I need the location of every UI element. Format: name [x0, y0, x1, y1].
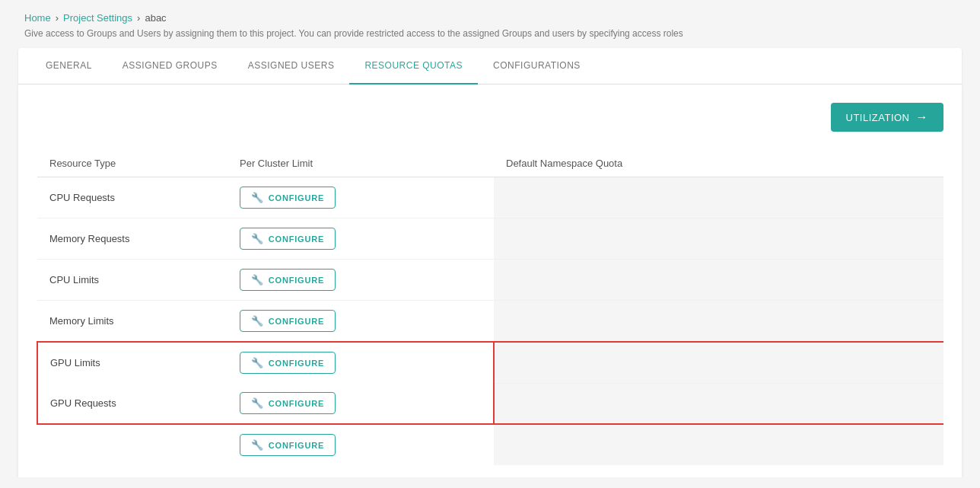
resource-name-gpu-requests: GPU Requests — [37, 383, 228, 424]
home-link[interactable]: Home — [24, 12, 51, 24]
resource-name-cpu-limits: CPU Limits — [37, 260, 228, 301]
resource-name-gpu-limits: GPU Limits — [37, 342, 228, 383]
table-row: GPU Requests 🔧 CONFIGURE — [37, 383, 943, 424]
current-page: abac — [145, 12, 166, 24]
configure-label: CONFIGURE — [269, 234, 324, 244]
resource-name-memory-requests: Memory Requests — [37, 218, 228, 260]
page-subtitle: Give access to Groups and Users by assig… — [0, 27, 980, 48]
table-row: CPU Requests 🔧 CONFIGURE — [37, 177, 943, 218]
resource-name-cpu-requests: CPU Requests — [37, 177, 228, 218]
wrench-icon: 🔧 — [251, 439, 264, 451]
configure-label: CONFIGURE — [269, 399, 324, 408]
utilization-bar: UTILIZATION → — [37, 97, 943, 144]
configure-button-cpu-requests[interactable]: 🔧 CONFIGURE — [240, 187, 336, 209]
quota-cell-gpu-limits — [494, 342, 943, 383]
wrench-icon: 🔧 — [251, 357, 264, 368]
table-row: Memory Requests 🔧 CONFIGURE — [37, 218, 943, 260]
table-row: Memory Limits 🔧 CONFIGURE — [37, 301, 943, 343]
tab-assigned-groups[interactable]: ASSIGNED GROUPS — [107, 48, 233, 85]
configure-button-gpu-limits[interactable]: 🔧 CONFIGURE — [240, 352, 336, 374]
tabs-container: GENERAL ASSIGNED GROUPS ASSIGNED USERS R… — [18, 48, 962, 85]
configure-label: CONFIGURE — [269, 317, 324, 326]
configure-cell-gpu-requests: 🔧 CONFIGURE — [228, 383, 494, 424]
configure-cell-cpu-requests: 🔧 CONFIGURE — [228, 177, 494, 218]
wrench-icon: 🔧 — [251, 274, 264, 285]
table-row: GPU Limits 🔧 CONFIGURE — [37, 342, 943, 383]
header-resource-type: Resource Type — [37, 150, 228, 177]
configure-button-cpu-limits[interactable]: 🔧 CONFIGURE — [240, 269, 336, 291]
tab-general[interactable]: GENERAL — [30, 48, 107, 85]
configure-button-memory-limits[interactable]: 🔧 CONFIGURE — [240, 310, 336, 332]
configure-label: CONFIGURE — [269, 441, 324, 450]
tabs-bar: GENERAL ASSIGNED GROUPS ASSIGNED USERS R… — [18, 48, 962, 85]
table-row: 🔧 CONFIGURE — [37, 424, 943, 465]
configure-cell-gpu-limits: 🔧 CONFIGURE — [228, 342, 494, 383]
quota-cell-gpu-requests — [494, 383, 943, 424]
tab-configurations[interactable]: CONFIGURATIONS — [478, 48, 596, 85]
configure-cell-memory-requests: 🔧 CONFIGURE — [228, 218, 494, 260]
configure-label: CONFIGURE — [269, 193, 324, 203]
configure-button-memory-requests[interactable]: 🔧 CONFIGURE — [240, 228, 336, 250]
quota-cell-memory-requests — [494, 218, 943, 260]
quota-cell-memory-limits — [494, 301, 943, 343]
utilization-button[interactable]: UTILIZATION → — [831, 103, 943, 132]
tab-assigned-users[interactable]: ASSIGNED USERS — [233, 48, 350, 85]
configure-label: CONFIGURE — [269, 276, 324, 285]
utilization-label: UTILIZATION — [846, 112, 910, 123]
header-namespace-quota: Default Namespace Quota — [494, 150, 943, 177]
separator-1: › — [56, 12, 59, 24]
wrench-icon: 🔧 — [251, 233, 264, 244]
header-per-cluster: Per Cluster Limit — [228, 150, 494, 177]
configure-cell-cpu-limits: 🔧 CONFIGURE — [228, 260, 494, 301]
configure-button-extra[interactable]: 🔧 CONFIGURE — [240, 434, 336, 456]
quota-cell-cpu-limits — [494, 260, 943, 301]
table-row: CPU Limits 🔧 CONFIGURE — [37, 260, 943, 301]
configure-cell-memory-limits: 🔧 CONFIGURE — [228, 301, 494, 343]
resource-name-extra — [37, 424, 228, 465]
project-settings-link[interactable]: Project Settings — [63, 12, 132, 24]
arrow-icon: → — [916, 110, 929, 124]
wrench-icon: 🔧 — [251, 397, 264, 409]
wrench-icon: 🔧 — [251, 192, 264, 203]
resource-name-memory-limits: Memory Limits — [37, 301, 228, 343]
breadcrumb: Home › Project Settings › abac Give acce… — [0, 0, 980, 48]
tab-resource-quotas[interactable]: RESOURCE QUOTAS — [349, 48, 478, 85]
configure-label: CONFIGURE — [269, 359, 324, 368]
resource-table: Resource Type Per Cluster Limit Default … — [37, 150, 943, 465]
configure-cell-extra: 🔧 CONFIGURE — [228, 424, 494, 465]
separator-2: › — [137, 12, 140, 24]
configure-button-gpu-requests[interactable]: 🔧 CONFIGURE — [240, 392, 336, 414]
content-area: UTILIZATION → Resource Type Per Cluster … — [18, 85, 962, 477]
wrench-icon: 🔧 — [251, 315, 264, 327]
quota-cell-cpu-requests — [494, 177, 943, 218]
quota-cell-extra — [494, 424, 943, 465]
